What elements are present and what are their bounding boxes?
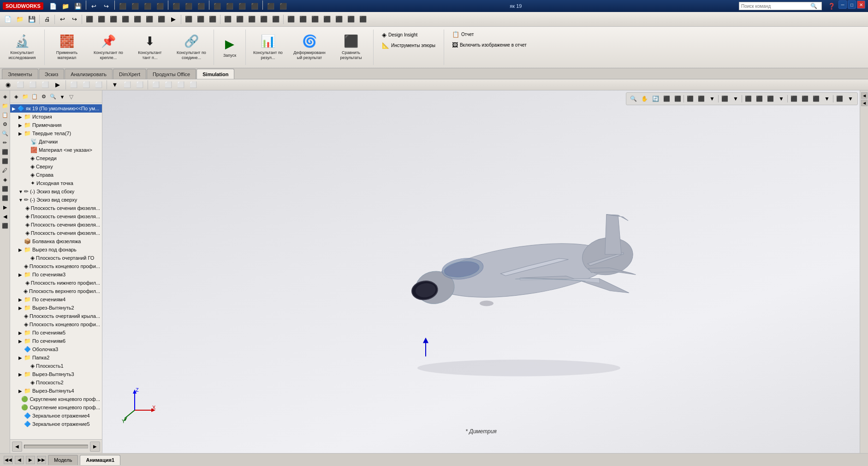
krepl-btn[interactable]: 📌 Консультант по крепле... bbox=[88, 28, 129, 67]
sv13[interactable]: ▶ bbox=[1, 203, 9, 211]
st14[interactable]: ⬜ bbox=[175, 79, 186, 90]
instruments-btn[interactable]: 📐 Инструменты эпюры bbox=[380, 41, 438, 50]
pt3[interactable]: 📋 bbox=[30, 93, 39, 101]
st7[interactable]: ⬜ bbox=[81, 79, 92, 90]
deform-btn[interactable]: 🌀 Деформированный результат bbox=[289, 28, 330, 67]
maximize-btn[interactable]: □ bbox=[848, 0, 856, 9]
sv10[interactable]: ◈ bbox=[1, 175, 9, 184]
tree-item-solid[interactable]: ▶📁Твердые тела(7) bbox=[10, 129, 102, 137]
tree-item-sketch-top[interactable]: ▼✏(-) Эскиз вид сверху bbox=[10, 196, 102, 204]
st5[interactable]: ▶ bbox=[52, 79, 63, 90]
tree-item-shell3[interactable]: 🔷Оболочка3 bbox=[10, 345, 102, 353]
tt26[interactable]: ⬛ bbox=[321, 14, 333, 25]
vp-b7[interactable]: ⬛ bbox=[754, 94, 764, 104]
tree-expand-extrude4[interactable]: ▶ bbox=[18, 388, 24, 394]
tab-animation1[interactable]: Анимация1 bbox=[80, 455, 120, 465]
tree-item-sections6[interactable]: ▶📁По сечениям6 bbox=[10, 337, 102, 345]
tt19[interactable]: ⬛ bbox=[234, 14, 245, 25]
search-input[interactable] bbox=[741, 4, 810, 9]
nav-prev-btn[interactable]: ◀ bbox=[15, 456, 24, 464]
tb8[interactable]: ⬛ bbox=[212, 0, 223, 12]
tb10[interactable]: ⬛ bbox=[237, 0, 248, 12]
tt8[interactable]: ⬛ bbox=[96, 14, 107, 25]
st11[interactable]: ⬜ bbox=[134, 79, 145, 90]
sv1[interactable]: ◈ bbox=[1, 92, 9, 101]
tb5[interactable]: ⬛ bbox=[171, 0, 182, 12]
vp-arrow-down4[interactable]: ▼ bbox=[822, 94, 832, 104]
st4[interactable]: ⬜ bbox=[40, 79, 51, 90]
nav-next-btn[interactable]: ▶ bbox=[26, 456, 35, 464]
tree-item-extrude3[interactable]: ▶📁Вырез-Вытянуть3 bbox=[10, 370, 102, 378]
tree-item-sketch-side[interactable]: ▼✏(-) Эскиз вид сбоку bbox=[10, 187, 102, 196]
tb7[interactable]: ⬛ bbox=[196, 0, 207, 12]
soed-btn[interactable]: 🔗 Консультант по соедине... bbox=[171, 28, 212, 67]
close-btn[interactable]: ✕ bbox=[857, 0, 865, 9]
scroll-left-btn[interactable]: ◀ bbox=[12, 442, 22, 452]
tree-expand-root[interactable]: ▶ bbox=[12, 106, 18, 111]
vp-arrow-down5[interactable]: ▼ bbox=[845, 94, 856, 104]
undo-btn[interactable]: ↩ bbox=[89, 0, 100, 12]
tt1[interactable]: 📄 bbox=[2, 14, 13, 25]
sv9[interactable]: 🖊 bbox=[1, 166, 9, 174]
help-btn[interactable]: ❓ bbox=[826, 0, 837, 12]
tree-item-sec3[interactable]: ◈Плоскость сечения фюзеля... bbox=[10, 221, 102, 229]
tab-model[interactable]: Модель bbox=[48, 455, 78, 465]
tree-item-sections3[interactable]: ▶📁По сечениям3 bbox=[10, 270, 102, 279]
tree-item-plane2[interactable]: ◈Плоскость2 bbox=[10, 378, 102, 387]
scroll-right-btn[interactable]: ▶ bbox=[90, 442, 100, 452]
tree-expand-sections3[interactable]: ▶ bbox=[18, 272, 24, 277]
tt20[interactable]: ⬛ bbox=[246, 14, 257, 25]
tt11[interactable]: ⬛ bbox=[132, 14, 143, 25]
st3[interactable]: ⬜ bbox=[27, 79, 38, 90]
tab-simulation[interactable]: Simulation bbox=[196, 69, 234, 79]
tree-item-sensors[interactable]: 📡Датчики bbox=[10, 137, 102, 146]
st6[interactable]: ⬜ bbox=[68, 79, 79, 90]
vp-b9[interactable]: ⬛ bbox=[789, 94, 799, 104]
tree-expand-solid[interactable]: ▶ bbox=[18, 131, 24, 136]
material-btn[interactable]: 🧱 Применить материал bbox=[47, 28, 87, 67]
pt1[interactable]: ◈ bbox=[12, 93, 20, 101]
tt24[interactable]: ⬛ bbox=[297, 14, 309, 25]
tt29[interactable]: ⬛ bbox=[357, 14, 369, 25]
sv5[interactable]: 🔍 bbox=[1, 129, 9, 137]
sv12[interactable]: ⬛ bbox=[1, 194, 9, 202]
scrollbar-track[interactable] bbox=[24, 445, 88, 448]
tb1[interactable]: ⬛ bbox=[117, 0, 128, 12]
tree-expand-sections6[interactable]: ▶ bbox=[18, 339, 24, 344]
vp-hand-btn[interactable]: ✋ bbox=[639, 94, 649, 104]
pt2[interactable]: 📁 bbox=[21, 93, 30, 101]
tree-expand-cutout[interactable]: ▶ bbox=[18, 247, 24, 252]
tree-item-tail-prof[interactable]: ◈Плоскость концевого профи... bbox=[10, 262, 102, 270]
tree-item-history[interactable]: ▶📁История bbox=[10, 113, 102, 121]
tb13[interactable]: ⬛ bbox=[278, 0, 289, 12]
tt16[interactable]: ⬛ bbox=[195, 14, 206, 25]
design-insight-btn[interactable]: ◈ Design Insight bbox=[380, 30, 438, 40]
st8[interactable]: ⬜ bbox=[93, 79, 104, 90]
vp-b10[interactable]: ⬛ bbox=[800, 94, 810, 104]
vp-b2[interactable]: ⬛ bbox=[672, 94, 683, 104]
pt4[interactable]: ⚙ bbox=[40, 93, 48, 101]
sv2[interactable]: 📁 bbox=[1, 102, 9, 110]
vp-arrow-down3[interactable]: ▼ bbox=[776, 94, 786, 104]
tree-item-plane1[interactable]: ◈Плоскость1 bbox=[10, 362, 102, 370]
tree-expand-extrude2[interactable]: ▶ bbox=[18, 305, 24, 311]
nagruzka-btn[interactable]: ⬇ Консультант тант п... bbox=[130, 28, 170, 67]
st10[interactable]: ⬜ bbox=[122, 79, 133, 90]
tt13[interactable]: ⬛ bbox=[156, 14, 167, 25]
tree-item-fillet1[interactable]: 🟢Скругление концевого проф... bbox=[10, 395, 102, 403]
tree-item-upper-prof[interactable]: ◈Плоскость верхнего профил... bbox=[10, 287, 102, 295]
tree-item-mirror4[interactable]: 🔷Зеркальное отражение4 bbox=[10, 412, 102, 420]
tt17[interactable]: ⬛ bbox=[207, 14, 218, 25]
tt3[interactable]: 💾 bbox=[26, 14, 37, 25]
tree-expand-sketch-side[interactable]: ▼ bbox=[18, 189, 24, 194]
tb3[interactable]: ⬛ bbox=[142, 0, 153, 12]
consultant-btn[interactable]: 🔬 Консультант исследования bbox=[2, 28, 42, 67]
sv11[interactable]: ⬛ bbox=[1, 185, 9, 193]
st15[interactable]: ⬜ bbox=[188, 79, 199, 90]
tab-analyze[interactable]: Анализировать bbox=[65, 69, 113, 79]
tree-item-folder2[interactable]: ▶📁Папка2 bbox=[10, 353, 102, 362]
st2[interactable]: ⬜ bbox=[15, 79, 26, 90]
tree-item-sec2[interactable]: ◈Плоскость сечения фюзеля... bbox=[10, 212, 102, 221]
sravnit-btn[interactable]: ⬛ Сравнить результаты bbox=[331, 28, 371, 67]
sv14[interactable]: ◀ bbox=[1, 212, 9, 221]
